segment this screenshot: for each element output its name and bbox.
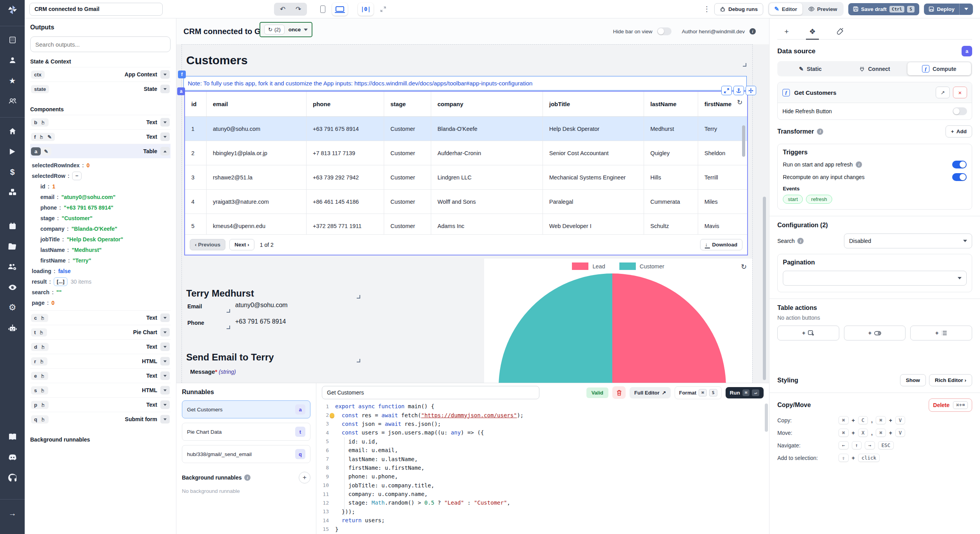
json-line-firstName[interactable]: firstName:"Terry" (30, 255, 171, 266)
code-line[interactable]: 8 firstName: u.firstName, (316, 463, 769, 472)
code-line[interactable]: 13 })); (316, 507, 769, 516)
component-row-s[interactable]: s☞HTML (30, 383, 171, 397)
table-row[interactable]: 4yraigatt3@nature.com+86 461 145 4186Cus… (185, 190, 747, 214)
chevron-down-icon[interactable] (160, 386, 170, 395)
folders-icon[interactable] (7, 241, 18, 252)
expand-result-toggle[interactable]: [...] (54, 277, 68, 286)
table-refresh-icon[interactable]: ↻ (737, 98, 742, 107)
note-component-badge[interactable]: f (178, 71, 186, 78)
code-line[interactable]: 9 phone: u.phone, (316, 472, 769, 481)
mobile-view-button[interactable] (315, 3, 330, 16)
component-row-q[interactable]: q☞Submit form (30, 412, 171, 426)
more-menu-icon[interactable]: ⋮ (703, 5, 710, 13)
deploy-button[interactable]: Deploy (924, 4, 973, 15)
info-icon[interactable]: i (856, 161, 862, 168)
code-line[interactable]: 2 const res = await fetch("https://dummy… (316, 411, 769, 419)
add-select-action[interactable]: + (910, 326, 972, 340)
desktop-view-button[interactable] (332, 3, 348, 16)
tab-editor[interactable]: ✎ Editor (769, 3, 802, 15)
groups-icon[interactable] (7, 96, 18, 106)
run-button[interactable]: Run⌘↵ (726, 387, 764, 398)
runs-play-icon[interactable] (7, 147, 18, 157)
runnable-item[interactable]: hub/338/gmail/_send_emailq (182, 445, 310, 463)
center-align-button[interactable]: |0| (358, 3, 374, 16)
json-line-lastName[interactable]: lastName:"Medhurst" (30, 244, 171, 255)
tab-preview[interactable]: Preview (803, 3, 842, 15)
json-line-selectedRow[interactable]: selectedRow:− (30, 170, 171, 181)
json-line-loading[interactable]: loading:false (30, 266, 171, 276)
json-line-phone[interactable]: phone:"+63 791 675 8914" (30, 202, 171, 213)
detach-runnable-icon[interactable]: × (953, 87, 967, 98)
column-header-stage[interactable]: stage (384, 92, 431, 116)
previous-page-button[interactable]: ‹ Previous (190, 239, 225, 250)
component-row-t[interactable]: t☞Pie Chart (30, 325, 171, 339)
runnable-item[interactable]: Get Customersa (182, 400, 310, 418)
pagination-select[interactable] (783, 271, 967, 286)
pie-chart[interactable] (499, 273, 726, 383)
canvas-scrollbar[interactable] (763, 197, 766, 380)
deploy-menu-caret[interactable] (960, 4, 973, 15)
lightbulb-icon[interactable] (330, 413, 334, 418)
table-row[interactable]: 1atuny0@sohu.com+63 791 675 8914Customer… (185, 117, 747, 141)
windmill-logo-icon[interactable] (7, 5, 18, 15)
full-editor-button[interactable]: Full Editor↗ (630, 387, 671, 398)
search-mode-select[interactable]: Disabled (844, 234, 972, 248)
discord-icon[interactable] (7, 452, 18, 462)
output-row-state[interactable]: stateState (30, 81, 171, 96)
component-row-p[interactable]: p☞Text (30, 397, 171, 412)
code-line[interactable]: 1export async function main() { (316, 402, 769, 411)
chevron-down-icon[interactable] (160, 357, 170, 366)
anchor-component-icon[interactable] (733, 86, 744, 95)
code-line[interactable]: 14 return users; (316, 516, 769, 525)
refresh-app-button[interactable]: ↻(2) (264, 25, 285, 34)
runnable-item[interactable]: Pie Chart Datat (182, 423, 310, 441)
json-line-id[interactable]: id:1 (30, 181, 171, 192)
docs-book-icon[interactable] (7, 432, 18, 442)
redo-button[interactable]: ↷ (290, 4, 306, 15)
chart-refresh-icon[interactable]: ↻ (741, 262, 747, 271)
transformer-info-icon[interactable]: i (817, 129, 823, 135)
rich-editor-button[interactable]: Rich Editor › (929, 374, 972, 386)
delete-script-button[interactable] (612, 386, 626, 399)
json-line-search[interactable]: search:"" (30, 287, 171, 297)
refresh-mode-dropdown[interactable]: once (289, 27, 308, 33)
resources-cubes-icon[interactable] (7, 187, 18, 197)
search-outputs-input[interactable] (30, 36, 171, 52)
legend-item-lead[interactable]: Lead (572, 262, 605, 270)
open-runnable-icon[interactable]: ↗ (936, 87, 950, 98)
chevron-down-icon[interactable] (160, 371, 170, 380)
chevron-down-icon[interactable] (160, 313, 170, 322)
code-line[interactable]: 3 const json = await res.json(); (316, 420, 769, 428)
code-line[interactable]: 6 email: u.email, (316, 446, 769, 454)
trigger-toggle[interactable] (952, 161, 967, 168)
table-row[interactable]: 5kmeus4@upenn.edu+372 285 771 1911Custom… (185, 214, 747, 236)
code-line[interactable]: 5 id: u.id, (316, 437, 769, 446)
component-row-b[interactable]: b☞Text (30, 115, 171, 129)
save-draft-button[interactable]: Save draft CtrlS (848, 3, 919, 15)
hide-bar-toggle[interactable] (657, 27, 671, 35)
move-component-icon[interactable] (746, 86, 756, 95)
source-tab-compute[interactable]: ƒCompute (907, 62, 971, 75)
schedules-calendar-icon[interactable] (7, 221, 18, 231)
chevron-down-icon[interactable] (160, 415, 170, 424)
json-line-result[interactable]: result:[...]30 items (30, 276, 171, 287)
table-row[interactable]: 3rshawe2@51.la+63 739 292 7942CustomerLi… (185, 165, 747, 190)
column-header-lastName[interactable]: lastName (644, 92, 698, 116)
tab-insert-component[interactable]: + (783, 24, 790, 39)
column-header-email[interactable]: email (207, 92, 307, 116)
styling-show-button[interactable]: Show (900, 374, 926, 386)
component-row-d[interactable]: d☞Text (30, 339, 171, 354)
runnable-name-input[interactable] (322, 386, 539, 399)
table-row[interactable]: 2hbingley1@plala.or.jp+7 813 117 7139Cus… (185, 141, 747, 165)
chevron-down-icon[interactable] (160, 85, 170, 93)
user-icon[interactable] (7, 55, 18, 65)
workers-icon[interactable] (7, 262, 18, 272)
json-line-page[interactable]: page:0 (30, 297, 171, 308)
collapse-toggle[interactable]: − (72, 172, 82, 180)
app-title-input[interactable] (29, 3, 163, 16)
home-icon[interactable] (7, 126, 18, 136)
author-info-icon[interactable]: i (750, 28, 756, 34)
github-icon[interactable] (7, 472, 18, 483)
code-line[interactable]: 12 stage: Math.random() > 0.5 ? "Lead" :… (316, 498, 769, 507)
code-line[interactable]: 4 const users = json.users.map((u: any) … (316, 428, 769, 437)
